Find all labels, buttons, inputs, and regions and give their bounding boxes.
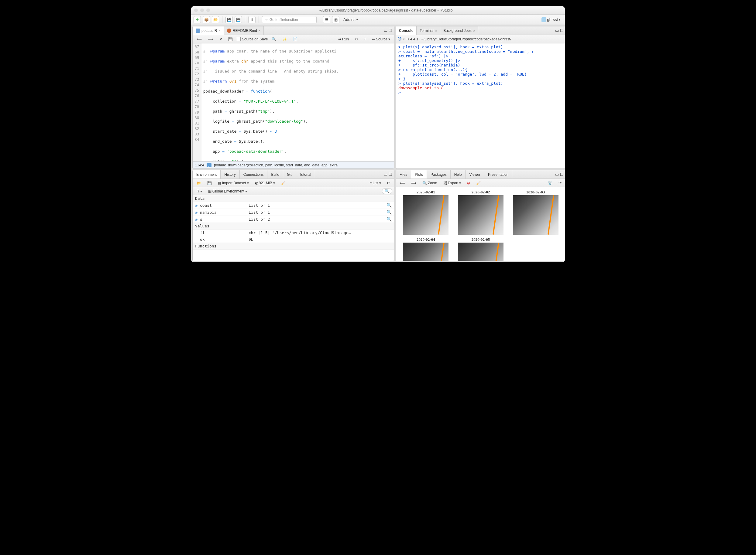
save-button[interactable]: 💾 [226, 16, 233, 24]
refresh-plot-button[interactable]: ⟳ [556, 180, 564, 186]
close-icon[interactable]: × [473, 29, 475, 33]
r-logo-icon: Ⓡ [398, 36, 401, 42]
rerun-button[interactable]: ↻ [353, 36, 360, 42]
r-file-icon [196, 29, 200, 33]
close-icon[interactable]: × [258, 29, 261, 33]
tab-presentation[interactable]: Presentation [484, 170, 512, 178]
rmd-file-icon [227, 29, 231, 33]
tab-tutorial[interactable]: Tutorial [295, 170, 315, 178]
scope-dropdown[interactable]: ▦ Global Environment ▾ [206, 188, 249, 194]
minimize-pane-icon[interactable]: ▭ [555, 28, 559, 33]
plot-panel: 2020-02-04 [400, 237, 452, 261]
inspect-icon[interactable]: 🔍 [387, 217, 392, 222]
load-addin-icon[interactable]: ☰ [323, 16, 330, 24]
maximize-pane-icon[interactable]: ☐ [389, 28, 392, 33]
inspect-icon[interactable]: 🔍 [387, 203, 392, 208]
refresh-button[interactable]: ⟳ [385, 180, 392, 186]
tab-connections[interactable]: Connections [240, 170, 268, 178]
cursor-pos: 114:4 [195, 163, 204, 167]
tab-files[interactable]: Files [396, 170, 411, 178]
clear-plots-button[interactable]: 🧹 [474, 180, 483, 186]
tab-background-jobs[interactable]: Background Jobs × [440, 27, 478, 35]
console-output[interactable]: > plot(s['analysed_sst'], hook = extra_p… [396, 43, 565, 169]
tab-console[interactable]: Console [396, 27, 416, 35]
close-icon[interactable]: × [218, 29, 220, 33]
save-button[interactable]: 💾 [226, 36, 235, 42]
tab-build[interactable]: Build [267, 170, 283, 178]
print-button[interactable]: 🖨 [248, 16, 255, 24]
maximize-pane-icon[interactable]: ☐ [560, 172, 564, 177]
export-dropdown[interactable]: 🖼 Export ▾ [441, 180, 464, 186]
console-pane: Console Terminal × Background Jobs × ▭ ☐… [396, 26, 565, 169]
find-button[interactable]: 🔍 [270, 36, 278, 42]
plots-tabs: Files Plots Packages Help Viewer Present… [396, 170, 565, 179]
code-editor[interactable]: 676869 707172 737475 767778 798081 82838… [193, 43, 394, 161]
addins-dropdown[interactable]: Addins ▾ [341, 16, 360, 23]
tab-history[interactable]: History [221, 170, 239, 178]
env-tabs: Environment History Connections Build Gi… [193, 170, 394, 179]
tab-packages[interactable]: Packages [427, 170, 451, 178]
tab-environment[interactable]: Environment [193, 170, 221, 178]
minimize-pane-icon[interactable]: ▭ [555, 172, 559, 177]
titlebar: ~/Library/CloudStorage/Dropbox/code/pack… [191, 6, 565, 14]
env-listing: Data ◉coastList of 1🔍 ◉namibiaList of 1🔍… [193, 195, 394, 261]
wand-button[interactable]: ✨ [280, 36, 289, 42]
minimize-pane-icon[interactable]: ▭ [384, 28, 388, 33]
env-row[interactable]: ok0L [193, 236, 394, 243]
clear-objects-button[interactable]: 🧹 [279, 180, 288, 186]
import-dataset-dropdown[interactable]: ▦ Import Dataset ▾ [216, 180, 251, 186]
tab-viewer[interactable]: Viewer [466, 170, 484, 178]
tab-plots[interactable]: Plots [411, 170, 427, 178]
next-plot-button[interactable]: ⟹ [409, 180, 419, 186]
load-workspace-button[interactable]: 📂 [195, 180, 203, 186]
zoom-button[interactable]: 🔍 Zoom [420, 180, 439, 186]
project-dropdown[interactable]: ghrsst ▾ [539, 16, 562, 23]
max-dot[interactable] [206, 8, 210, 12]
env-search-input[interactable]: 🔍 [382, 188, 392, 194]
tab-terminal[interactable]: Terminal × [416, 27, 440, 35]
environment-pane: Environment History Connections Build Gi… [192, 170, 394, 261]
save-workspace-button[interactable]: 💾 [205, 180, 214, 186]
publish-button[interactable]: 📡 [546, 180, 555, 186]
prev-plot-button[interactable]: ⟸ [398, 180, 407, 186]
tab-help[interactable]: Help [451, 170, 466, 178]
env-row[interactable]: ◉sList of 2🔍 [193, 216, 394, 223]
lang-dropdown[interactable]: R ▾ [195, 188, 204, 194]
close-dot[interactable] [194, 8, 198, 12]
run-button[interactable]: ➡ Run [336, 36, 351, 42]
env-row[interactable]: ffchr [1:5] "/Users/ben/Library/CloudSto… [193, 229, 394, 236]
maximize-pane-icon[interactable]: ☐ [560, 28, 564, 33]
tab-git[interactable]: Git [283, 170, 295, 178]
source-toolbar: ⟸ ⟹ ↗ 💾 Source on Save 🔍 ✨ 📄 ➡ Run ↻ ⤵ ➡… [193, 35, 394, 43]
go-to-file-input[interactable]: ↪ Go to file/function [262, 16, 317, 24]
min-dot[interactable] [200, 8, 204, 12]
open-file-button[interactable]: 📂 [212, 16, 219, 24]
plot-panel: 2020-02-03 [509, 190, 562, 235]
remove-plot-button[interactable]: ⊗ [465, 180, 472, 186]
view-mode-dropdown[interactable]: ≡ List ▾ [367, 180, 383, 186]
source-tabs: podaac.R × README.Rmd × ▭ ☐ [193, 27, 394, 35]
code-content[interactable]: # @param app cnar, tne name of tne subsc… [201, 43, 394, 161]
minimize-pane-icon[interactable]: ▭ [384, 172, 388, 177]
console-header: Ⓡ ▾ R 4.4.1 · ~/Library/CloudStorage/Dro… [396, 35, 565, 43]
source-button[interactable]: ➡ Source ▾ [370, 36, 392, 42]
new-file-button[interactable]: ✚ [194, 16, 201, 24]
show-in-new-window-button[interactable]: ↗ [217, 36, 224, 42]
back-button[interactable]: ⟸ [195, 36, 204, 42]
mem-usage-button[interactable]: ◐ 921 MiB ▾ [253, 180, 277, 186]
compile-report-button[interactable]: 📄 [291, 36, 300, 42]
save-all-button[interactable]: 💾 [235, 16, 242, 24]
maximize-pane-icon[interactable]: ☐ [389, 172, 392, 177]
source-on-save-checkbox[interactable]: Source on Save [237, 37, 268, 41]
forward-button[interactable]: ⟹ [206, 36, 215, 42]
grid-icon[interactable]: ▦ [332, 16, 340, 24]
env-row[interactable]: ◉namibiaList of 1🔍 [193, 209, 394, 216]
go-to-section-button[interactable]: ⤵ [362, 36, 368, 42]
env-section-functions: Functions [193, 243, 394, 250]
tab-podaac-r[interactable]: podaac.R × [193, 27, 224, 35]
close-icon[interactable]: × [435, 29, 437, 33]
env-row[interactable]: ◉coastList of 1🔍 [193, 202, 394, 209]
tab-readme-rmd[interactable]: README.Rmd × [224, 27, 264, 35]
new-project-button[interactable]: 📦 [203, 16, 210, 24]
inspect-icon[interactable]: 🔍 [387, 210, 392, 215]
